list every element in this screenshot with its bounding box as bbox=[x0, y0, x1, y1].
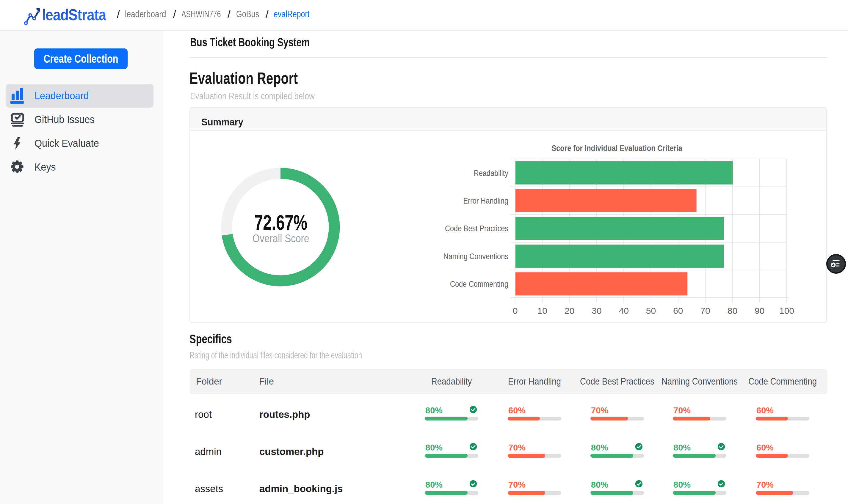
svg-text:70: 70 bbox=[700, 306, 710, 316]
svg-text:50: 50 bbox=[646, 306, 656, 316]
svg-text:60: 60 bbox=[673, 306, 683, 316]
svg-text:Readability: Readability bbox=[474, 168, 508, 177]
svg-text:40: 40 bbox=[619, 306, 629, 316]
svg-text:Naming Conventions: Naming Conventions bbox=[444, 252, 508, 260]
svg-text:20: 20 bbox=[565, 306, 574, 316]
svg-text:90: 90 bbox=[755, 306, 764, 316]
svg-text:Code Commenting: Code Commenting bbox=[450, 279, 508, 288]
svg-text:10: 10 bbox=[537, 306, 547, 316]
svg-text:100: 100 bbox=[779, 306, 794, 316]
svg-text:Code Best Practices: Code Best Practices bbox=[445, 224, 508, 233]
svg-text:Error Handling: Error Handling bbox=[463, 196, 508, 205]
svg-text:Score for Individual Evaluatio: Score for Individual Evaluation Criteria bbox=[551, 144, 682, 153]
svg-text:80: 80 bbox=[728, 306, 737, 316]
svg-text:0: 0 bbox=[513, 306, 518, 316]
svg-text:30: 30 bbox=[592, 306, 602, 316]
